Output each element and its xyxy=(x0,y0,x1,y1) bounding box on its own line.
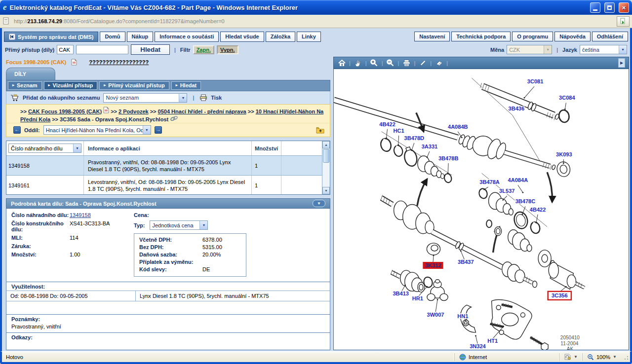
minimize-button[interactable] xyxy=(590,2,600,13)
zoom-out-icon[interactable] xyxy=(386,59,395,68)
part-callout-3n324[interactable]: 3N324 xyxy=(470,343,486,349)
nav-button-z-lo-ka[interactable]: Záložka xyxy=(266,32,295,42)
nav-button-syst-m-pro-spr-vu-dat-dms[interactable]: Systém pro správu dat (DMS) xyxy=(4,32,98,42)
folder-up-icon[interactable] xyxy=(316,127,325,134)
zoom-cell[interactable]: 100% ▼ xyxy=(582,353,621,361)
title-bar: e Elektronický katalog FordEcat - Vítáme… xyxy=(0,0,632,15)
table-scrollbar[interactable]: ▲ ▼ xyxy=(322,141,330,194)
prev-section-button[interactable]: ← xyxy=(13,126,21,134)
unknown-placeholder-link[interactable]: ?????????????????? xyxy=(89,59,149,65)
section-label: Oddíl: xyxy=(24,127,40,133)
diagram-canvas[interactable]: 3C0813C0843B4364B422HC13B478D4A084B3A331… xyxy=(333,69,629,350)
browser-window: e Elektronický katalog FordEcat - Vítáme… xyxy=(0,0,632,364)
view-mode-p-m-vizu-ln-p-stup[interactable]: ▸Přímý vizuální přístup xyxy=(99,81,169,90)
scrollbar-thumb[interactable] xyxy=(323,149,329,163)
filter-off-toggle[interactable]: Vypn. xyxy=(217,45,238,54)
scroll-up-icon[interactable]: ▲ xyxy=(322,141,330,148)
price-type-select[interactable]: Jednotková cena▼ xyxy=(150,220,208,230)
part-callout-hn1[interactable]: HN1 xyxy=(457,313,468,319)
url-field[interactable]: http://213.168.74.29:8080/Ford/Catalogue… xyxy=(12,16,614,26)
table-row[interactable]: 1349158Pravostranný, vnitřní, Od: 08-08-… xyxy=(6,156,322,176)
eraser-icon[interactable] xyxy=(434,59,443,68)
nav-button-linky[interactable]: Linky xyxy=(297,32,321,42)
resize-grip[interactable] xyxy=(622,354,629,361)
zoom-in-icon[interactable] xyxy=(370,59,379,68)
part-callout-4b422[interactable]: 4B422 xyxy=(379,121,395,127)
nav-button-n-pov-da[interactable]: Nápověda xyxy=(554,32,591,41)
nav-button-technick-podpora[interactable]: Technická podpora xyxy=(451,32,511,41)
part-callout-3k312[interactable]: 3K312 xyxy=(425,262,441,268)
search-button[interactable]: Hledat xyxy=(131,44,170,55)
currency-select[interactable]: CZK▼ xyxy=(507,45,552,54)
nav-button-dom[interactable]: Domů xyxy=(100,32,125,42)
part-callout-3l537[interactable]: 3L537 xyxy=(499,188,514,194)
add-to-list-label[interactable]: Přidat do nákupního seznamu xyxy=(23,95,100,101)
part-number-column-select[interactable]: Číslo náhradního dílu▼ xyxy=(8,144,81,153)
protected-mode-cell[interactable]: ▼ xyxy=(559,353,582,361)
language-select[interactable]: čeština▼ xyxy=(580,45,627,54)
part-callout-3b478c[interactable]: 3B478C xyxy=(515,198,536,204)
part-callout-4a084a[interactable]: 4A084A xyxy=(508,177,528,183)
print-icon[interactable] xyxy=(402,59,411,68)
breadcrumb-link[interactable]: 0504 Hnací hřídel - přední náprava xyxy=(158,109,246,114)
nav-button-label: Linky xyxy=(302,34,316,39)
document-icon[interactable] xyxy=(71,59,77,66)
part-callout-3k093[interactable]: 3K093 xyxy=(556,151,572,157)
triangle-right-icon: ▸ xyxy=(12,83,14,88)
nav-button-o-programu[interactable]: O programu xyxy=(512,32,553,41)
part-callout-3c356[interactable]: 3C356 xyxy=(552,292,568,298)
table-row[interactable]: 1349161Levostranný, vnitřní, Od: 08-08-1… xyxy=(6,176,322,195)
detail-field-value[interactable]: 1349158 xyxy=(70,212,91,218)
print-label[interactable]: Tisk xyxy=(211,95,222,101)
section-select[interactable]: Hnací Hjřídel-Náhon Na Přední Kola, Od: … xyxy=(43,125,151,135)
nav-button-hledat-v-ude[interactable]: Hledat všude xyxy=(220,32,264,42)
part-callout-4a084b[interactable]: 4A084B xyxy=(448,124,468,130)
part-search-input[interactable] xyxy=(76,45,128,54)
view-mode-seznam[interactable]: ▸Seznam xyxy=(8,81,42,90)
breadcrumb-link[interactable]: 2 Podvozek xyxy=(118,109,149,114)
part-callout-3a331[interactable]: 3A331 xyxy=(422,144,438,149)
parts-table: Číslo náhradního dílu▼ Informace o aplik… xyxy=(6,141,330,195)
breadcrumb-separator: >> xyxy=(109,109,118,114)
next-section-button[interactable]: → xyxy=(155,126,162,134)
nav-button-nastaven[interactable]: Nastavení xyxy=(414,32,450,41)
part-callout-ht1[interactable]: HT1 xyxy=(487,338,498,344)
breadcrumb-separator: >> xyxy=(20,109,28,114)
catalog-code-input[interactable] xyxy=(57,45,74,54)
nav-button-n-kup[interactable]: Nákup xyxy=(127,32,154,42)
part-callout-3c084[interactable]: 3C084 xyxy=(559,95,575,101)
breadcrumb: >> CAK Focus 1998-2005 (CAK) >> 2 Podvoz… xyxy=(6,104,330,123)
scroll-down-icon[interactable]: ▼ xyxy=(322,187,330,194)
filter-on-toggle[interactable]: Zapn. xyxy=(193,45,214,54)
nav-button-informace-o-sou-sti[interactable]: Informace o součásti xyxy=(155,32,219,42)
shopping-list-select[interactable]: Nový seznam▼ xyxy=(103,93,187,103)
view-mode-vizu-ln-p-stup[interactable]: ▸Vizuální přístup xyxy=(44,81,98,90)
draw-pen-icon[interactable] xyxy=(418,59,427,68)
nav-button-odhl-en[interactable]: Odhlášení xyxy=(592,32,628,41)
part-callout-3c081[interactable]: 3C081 xyxy=(527,78,544,84)
parts-diagram[interactable]: 3C0813C0843B4364B422HC13B478D4A084B3A331… xyxy=(334,69,629,350)
pan-hand-icon[interactable] xyxy=(354,59,362,68)
part-callout-3b478b[interactable]: 3B478B xyxy=(438,155,459,161)
view-mode-hledat[interactable]: ▸Hledat xyxy=(171,81,201,90)
part-callout-3b478a[interactable]: 3B478A xyxy=(479,179,500,185)
part-callout-3b436[interactable]: 3B436 xyxy=(509,106,525,111)
part-callout-3b413[interactable]: 3B413 xyxy=(393,291,409,296)
part-callout-3b478d[interactable]: 3B478D xyxy=(404,135,425,141)
tab-parts[interactable]: DÍLY xyxy=(6,68,55,80)
part-callout-4b422[interactable]: 4B422 xyxy=(530,207,546,213)
breadcrumb-link[interactable]: CAK Focus 1998-2005 (CAK) xyxy=(28,109,102,114)
home-icon[interactable] xyxy=(337,59,346,68)
chevron-down-icon: ▼ xyxy=(143,126,151,134)
go-button[interactable] xyxy=(617,16,630,27)
expand-panel-button[interactable]: ▶ xyxy=(618,58,625,68)
collapse-button[interactable]: ▼ xyxy=(313,200,325,207)
close-button[interactable]: × xyxy=(619,2,629,13)
part-callout-hr1[interactable]: HR1 xyxy=(412,295,423,301)
print-icon xyxy=(199,94,207,101)
part-callout-3b437[interactable]: 3B437 xyxy=(458,259,474,265)
part-detail-title: Podrobná karta dílu: Sada - Oprava Spoj.… xyxy=(11,201,157,207)
part-callout-3w007[interactable]: 3W007 xyxy=(427,312,444,318)
maximize-button[interactable] xyxy=(604,2,615,13)
part-callout-hc1[interactable]: HC1 xyxy=(394,128,404,134)
